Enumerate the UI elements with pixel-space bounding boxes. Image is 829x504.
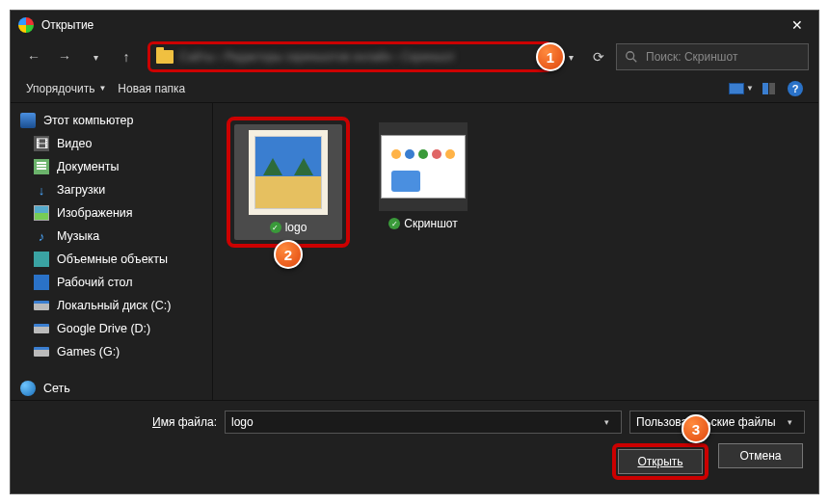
sync-status-icon: ✓ [270, 222, 281, 233]
disk-icon [34, 321, 49, 336]
file-open-dialog: Открытие ✕ ← → ▾ ↑ Сайты › Редакторы скр… [10, 10, 819, 494]
file-type-filter[interactable]: Пользовательские файлы▾ [629, 411, 805, 434]
file-name: Скриншот [404, 217, 457, 230]
tree-pictures[interactable]: Изображения [11, 201, 212, 225]
tree-3d-objects[interactable]: Объемные объекты [11, 248, 212, 271]
file-list[interactable]: ✓logo 2 ✓Скриншот [213, 103, 818, 400]
filename-label: Имя файла: [24, 415, 217, 429]
video-icon: 🎞 [34, 136, 49, 151]
disk-icon [34, 344, 49, 359]
search-icon [625, 50, 638, 64]
help-button[interactable]: ? [782, 78, 809, 99]
disk-icon [34, 298, 49, 313]
folder-icon [156, 50, 174, 64]
tree-music[interactable]: ♪Музыка [11, 225, 212, 248]
tree-downloads[interactable]: ↓Загрузки [11, 178, 212, 201]
file-name: logo [285, 221, 308, 234]
callout-badge-3: 3 [682, 414, 710, 443]
chevron-down-icon[interactable]: ▾ [781, 417, 798, 427]
view-mode-button[interactable]: ▼ [728, 78, 755, 99]
app-icon [18, 17, 34, 33]
svg-point-0 [627, 52, 634, 60]
tree-local-c[interactable]: Локальный диск (C:) [11, 294, 212, 317]
titlebar: Открытие ✕ [11, 11, 818, 40]
file-item-logo[interactable]: ✓logo [234, 124, 342, 240]
sync-status-icon: ✓ [388, 218, 400, 229]
dialog-body: Этот компьютер 🎞Видео Документы ↓Загрузк… [11, 103, 818, 400]
nav-tree: Этот компьютер 🎞Видео Документы ↓Загрузк… [11, 103, 213, 400]
tree-google-drive[interactable]: Google Drive (D:) [11, 317, 212, 340]
open-button-highlight: Открыть 3 [612, 443, 709, 480]
cancel-button[interactable]: Отмена [718, 443, 803, 468]
tree-games[interactable]: Games (G:) [11, 340, 212, 363]
search-placeholder: Поиск: Скриншот [646, 50, 737, 64]
refresh-button[interactable]: ⟳ [585, 43, 612, 70]
callout-badge-2: 2 [274, 240, 303, 269]
recent-dropdown[interactable]: ▾ [82, 43, 109, 70]
dialog-bottom: Имя файла: logo▾ Пользовательские файлы▾… [11, 400, 818, 493]
chevron-down-icon[interactable]: ▾ [598, 417, 615, 427]
callout-badge-1: 1 [536, 42, 565, 71]
preview-pane-button[interactable] [755, 78, 782, 99]
tree-documents[interactable]: Документы [11, 155, 212, 178]
open-button[interactable]: Открыть [618, 449, 703, 474]
up-button[interactable]: ↑ [113, 43, 140, 70]
tree-desktop[interactable]: Рабочий стол [11, 271, 212, 294]
documents-icon [34, 159, 49, 174]
filename-input[interactable]: logo▾ [225, 411, 622, 434]
downloads-icon: ↓ [34, 182, 49, 198]
svg-line-1 [633, 59, 637, 63]
address-path: Сайты › Редакторы скриншотов онлайн › Ск… [179, 50, 455, 64]
pc-icon [20, 113, 36, 128]
pictures-icon [34, 205, 49, 221]
organize-menu[interactable]: Упорядочить▼ [20, 79, 112, 98]
toolbar: Упорядочить▼ Новая папка ▼ ? [11, 74, 818, 103]
search-box[interactable]: Поиск: Скриншот [616, 43, 809, 70]
new-folder-button[interactable]: Новая папка [112, 79, 191, 98]
tree-this-pc[interactable]: Этот компьютер [11, 109, 212, 132]
tree-videos[interactable]: 🎞Видео [11, 132, 212, 155]
file-item-screenshot[interactable]: ✓Скриншот [369, 117, 477, 236]
objects3d-icon [34, 252, 49, 267]
file-thumbnail [249, 130, 328, 215]
nav-row: ← → ▾ ↑ Сайты › Редакторы скриншотов онл… [11, 40, 818, 74]
network-icon [20, 381, 36, 396]
close-button[interactable]: ✕ [775, 11, 818, 40]
music-icon: ♪ [34, 228, 49, 244]
address-bar[interactable]: Сайты › Редакторы скриншотов онлайн › Ск… [147, 41, 552, 72]
desktop-icon [34, 275, 49, 290]
back-button[interactable]: ← [20, 43, 47, 70]
tree-network[interactable]: Сеть [11, 377, 212, 400]
forward-button[interactable]: → [51, 43, 78, 70]
window-title: Открытие [41, 18, 775, 32]
selected-file-highlight: ✓logo 2 [227, 117, 350, 248]
file-thumbnail [379, 122, 468, 211]
